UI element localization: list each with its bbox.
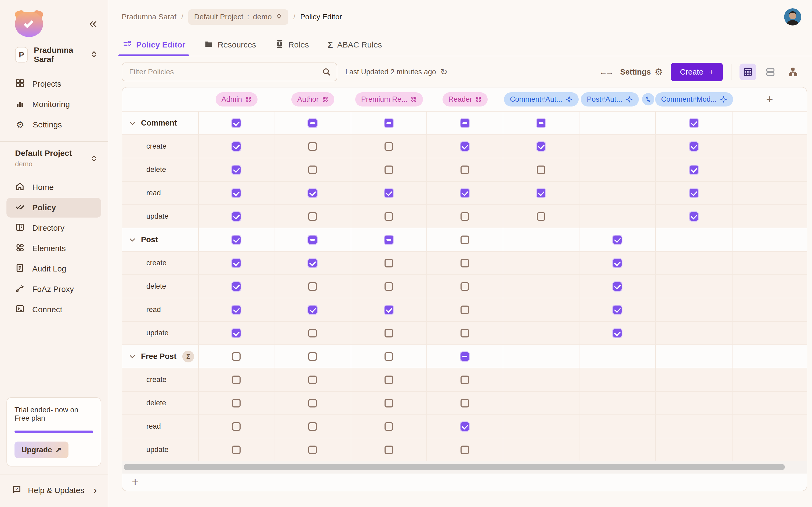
- permission-checkbox[interactable]: [690, 189, 698, 198]
- sidebar-item-home[interactable]: Home: [6, 177, 101, 197]
- tab-resources[interactable]: Resources: [203, 34, 257, 56]
- permission-checkbox[interactable]: [460, 305, 469, 314]
- permission-checkbox[interactable]: [308, 235, 317, 244]
- list-view-toggle[interactable]: [762, 64, 779, 80]
- permission-checkbox[interactable]: [385, 166, 393, 174]
- scrollbar-thumb[interactable]: [124, 464, 785, 470]
- table-view-toggle[interactable]: [740, 64, 756, 80]
- filter-policies-input[interactable]: [122, 62, 337, 81]
- permission-checkbox[interactable]: [460, 446, 469, 454]
- permission-checkbox[interactable]: [308, 305, 317, 314]
- app-logo[interactable]: [15, 10, 43, 37]
- role-pill[interactable]: Premium Re...: [355, 92, 423, 107]
- permission-checkbox[interactable]: [385, 329, 393, 337]
- sidebar-item-monitoring[interactable]: Monitoring: [6, 95, 101, 114]
- permission-checkbox[interactable]: [460, 212, 469, 221]
- refresh-icon[interactable]: ↻: [440, 67, 448, 77]
- permission-checkbox[interactable]: [460, 259, 469, 268]
- permission-checkbox[interactable]: [308, 166, 317, 174]
- permission-checkbox[interactable]: [690, 166, 698, 174]
- permission-checkbox[interactable]: [613, 305, 622, 314]
- help-updates-button[interactable]: ? Help & Updates ›: [0, 474, 108, 507]
- permission-checkbox[interactable]: [613, 329, 622, 337]
- permission-checkbox[interactable]: [308, 142, 317, 151]
- permission-checkbox[interactable]: [308, 189, 317, 198]
- chevron-down-icon[interactable]: [129, 236, 136, 243]
- permission-checkbox[interactable]: [690, 212, 698, 221]
- permission-checkbox[interactable]: [308, 282, 317, 291]
- permission-checkbox[interactable]: [232, 422, 241, 431]
- permission-checkbox[interactable]: [385, 119, 393, 127]
- chevron-down-icon[interactable]: [129, 353, 136, 360]
- permission-checkbox[interactable]: [690, 119, 698, 127]
- permission-checkbox[interactable]: [385, 376, 393, 384]
- permission-checkbox[interactable]: [308, 119, 317, 127]
- permission-checkbox[interactable]: [460, 119, 469, 127]
- user-avatar[interactable]: [784, 8, 801, 25]
- permission-checkbox[interactable]: [385, 352, 393, 361]
- permission-checkbox[interactable]: [232, 189, 241, 198]
- permission-checkbox[interactable]: [232, 352, 241, 361]
- sidebar-item-policy[interactable]: Policy: [6, 198, 101, 218]
- permission-checkbox[interactable]: [232, 376, 241, 384]
- policy-settings-button[interactable]: Settings ⚙: [620, 66, 663, 77]
- permission-checkbox[interactable]: [537, 119, 545, 127]
- permission-checkbox[interactable]: [460, 422, 469, 431]
- permission-checkbox[interactable]: [537, 166, 545, 174]
- permission-checkbox[interactable]: [308, 376, 317, 384]
- tab-roles[interactable]: Roles: [274, 34, 310, 56]
- permission-checkbox[interactable]: [385, 189, 393, 198]
- derived-role-pill[interactable]: Comment#Mod...: [655, 92, 733, 107]
- role-pill[interactable]: Admin: [216, 92, 258, 107]
- permission-checkbox[interactable]: [232, 212, 241, 221]
- permission-checkbox[interactable]: [613, 259, 622, 268]
- permission-checkbox[interactable]: [232, 166, 241, 174]
- permission-checkbox[interactable]: [232, 305, 241, 314]
- permission-checkbox[interactable]: [308, 446, 317, 454]
- permission-checkbox[interactable]: [460, 399, 469, 407]
- permission-checkbox[interactable]: [232, 142, 241, 151]
- permission-checkbox[interactable]: [385, 399, 393, 407]
- sidebar-item-settings[interactable]: ⚙ Settings: [6, 115, 101, 135]
- permission-checkbox[interactable]: [308, 212, 317, 221]
- permission-checkbox[interactable]: [460, 142, 469, 151]
- permission-checkbox[interactable]: [385, 212, 393, 221]
- permission-checkbox[interactable]: [613, 235, 622, 244]
- tab-policy-editor[interactable]: Policy Editor: [122, 34, 186, 56]
- derived-role-pill[interactable]: Comment#Aut...: [504, 92, 579, 107]
- permission-checkbox[interactable]: [308, 422, 317, 431]
- add-resource-button[interactable]: +: [132, 475, 139, 489]
- permission-checkbox[interactable]: [537, 142, 545, 151]
- permission-checkbox[interactable]: [537, 212, 545, 221]
- tab-abac-rules[interactable]: Σ ABAC Rules: [326, 34, 383, 56]
- sidebar-collapse-icon[interactable]: «: [89, 16, 97, 30]
- role-pill[interactable]: Author: [291, 92, 334, 107]
- add-role-button[interactable]: +: [766, 93, 773, 106]
- permission-checkbox[interactable]: [232, 446, 241, 454]
- permission-checkbox[interactable]: [385, 422, 393, 431]
- permission-checkbox[interactable]: [232, 119, 241, 127]
- create-button[interactable]: Create +: [671, 63, 723, 81]
- permission-checkbox[interactable]: [613, 282, 622, 291]
- breadcrumb-project-env-selector[interactable]: Default Project : demo: [188, 9, 288, 25]
- sidebar-item-audit-log[interactable]: Audit Log: [6, 259, 101, 279]
- sidebar-item-directory[interactable]: Directory: [6, 218, 101, 238]
- permission-checkbox[interactable]: [308, 399, 317, 407]
- permission-checkbox[interactable]: [385, 259, 393, 268]
- role-pill[interactable]: Reader: [443, 92, 488, 107]
- permission-checkbox[interactable]: [308, 259, 317, 268]
- permission-checkbox[interactable]: [232, 329, 241, 337]
- breadcrumb-workspace[interactable]: Pradumna Saraf: [122, 13, 176, 21]
- permission-checkbox[interactable]: [385, 282, 393, 291]
- permission-checkbox[interactable]: [232, 235, 241, 244]
- permission-checkbox[interactable]: [460, 282, 469, 291]
- permission-checkbox[interactable]: [232, 259, 241, 268]
- chevron-down-icon[interactable]: [129, 119, 136, 127]
- sidebar-item-elements[interactable]: Elements: [6, 238, 101, 258]
- permission-checkbox[interactable]: [690, 142, 698, 151]
- project-switcher[interactable]: Default Project demo: [15, 149, 98, 168]
- permission-checkbox[interactable]: [385, 446, 393, 454]
- permission-checkbox[interactable]: [460, 376, 469, 384]
- permission-checkbox[interactable]: [460, 189, 469, 198]
- derived-role-pill[interactable]: Post#Aut...: [581, 92, 639, 107]
